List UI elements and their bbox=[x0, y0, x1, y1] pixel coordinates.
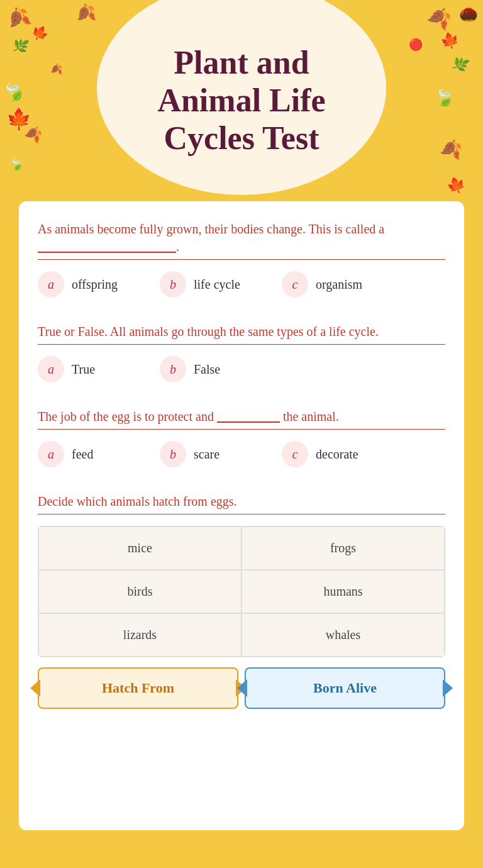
question-3-text: The job of the egg is to protect and ___… bbox=[38, 408, 445, 425]
born-alive-button[interactable]: Born Alive bbox=[245, 667, 445, 709]
question-4-text: Decide which animals hatch from eggs. bbox=[38, 492, 445, 510]
option-2a[interactable]: a True bbox=[38, 356, 151, 382]
question-2-options: a True b False bbox=[38, 356, 445, 382]
animal-whales[interactable]: whales bbox=[242, 613, 445, 657]
hatch-arrow-left bbox=[30, 679, 40, 697]
option-badge-b: b bbox=[160, 271, 186, 298]
option-label-c: organism bbox=[316, 277, 362, 292]
animal-birds[interactable]: birds bbox=[38, 570, 242, 613]
page-title: Plant and Animal Life Cycles Test bbox=[132, 38, 350, 163]
question-1-text: As animals become fully grown, their bod… bbox=[38, 220, 445, 255]
option-2-label-b: False bbox=[194, 362, 220, 377]
option-2-label-a: True bbox=[72, 362, 95, 377]
option-3b[interactable]: b scare bbox=[160, 441, 273, 467]
option-label-b: life cycle bbox=[194, 277, 240, 292]
option-1c[interactable]: c organism bbox=[282, 271, 395, 298]
option-3-label-b: scare bbox=[194, 447, 219, 462]
question-1-divider bbox=[38, 259, 445, 260]
born-label: Born Alive bbox=[313, 680, 377, 696]
option-3-label-a: feed bbox=[72, 447, 93, 462]
option-3c[interactable]: c decorate bbox=[282, 441, 395, 467]
content-card: As animals become fully grown, their bod… bbox=[19, 201, 464, 830]
animals-row-1: mice frogs bbox=[38, 526, 445, 570]
option-2b[interactable]: b False bbox=[160, 356, 273, 382]
option-2-badge-a: a bbox=[38, 356, 64, 382]
option-2-badge-b: b bbox=[160, 356, 186, 382]
question-2-text: True or False. All animals go through th… bbox=[38, 323, 445, 340]
animal-lizards[interactable]: lizards bbox=[38, 613, 242, 657]
animal-frogs[interactable]: frogs bbox=[242, 526, 445, 570]
question-3-divider bbox=[38, 429, 445, 430]
hatch-from-button[interactable]: Hatch From bbox=[38, 667, 238, 709]
animals-row-3: lizards whales bbox=[38, 613, 445, 657]
animal-humans[interactable]: humans bbox=[242, 570, 445, 613]
animals-grid: mice frogs birds humans lizards whales bbox=[38, 526, 445, 657]
option-3-badge-b: b bbox=[160, 441, 186, 467]
header-area: 🍂 🍁 🍂 🌿 🍃 🍂 🍁 🌿 🍃 🍁 🍂 🍃 🍂 🍁 🌰 🔴 🍂 🌸 🌺 🍃 … bbox=[0, 0, 483, 201]
question-2-divider bbox=[38, 344, 445, 345]
option-1a[interactable]: a offspring bbox=[38, 271, 151, 298]
question-1: As animals become fully grown, their bod… bbox=[38, 220, 445, 298]
born-arrow-left bbox=[237, 679, 247, 697]
option-badge-c: c bbox=[282, 271, 308, 298]
category-row: Hatch From Born Alive bbox=[38, 667, 445, 709]
option-3-label-c: decorate bbox=[316, 447, 358, 462]
question-2: True or False. All animals go through th… bbox=[38, 323, 445, 382]
option-badge-a: a bbox=[38, 271, 64, 298]
born-arrow-right bbox=[443, 679, 453, 697]
animal-mice[interactable]: mice bbox=[38, 526, 242, 570]
question-4-divider bbox=[38, 514, 445, 515]
animals-row-2: birds humans bbox=[38, 570, 445, 613]
option-1b[interactable]: b life cycle bbox=[160, 271, 273, 298]
question-3: The job of the egg is to protect and ___… bbox=[38, 408, 445, 467]
option-label-a: offspring bbox=[72, 277, 118, 292]
option-3-badge-a: a bbox=[38, 441, 64, 467]
question-1-options: a offspring b life cycle c organism bbox=[38, 271, 445, 298]
option-3a[interactable]: a feed bbox=[38, 441, 151, 467]
hatch-label: Hatch From bbox=[102, 680, 174, 696]
question-3-options: a feed b scare c decorate bbox=[38, 441, 445, 467]
question-4: Decide which animals hatch from eggs. mi… bbox=[38, 492, 445, 709]
option-3-badge-c: c bbox=[282, 441, 308, 467]
